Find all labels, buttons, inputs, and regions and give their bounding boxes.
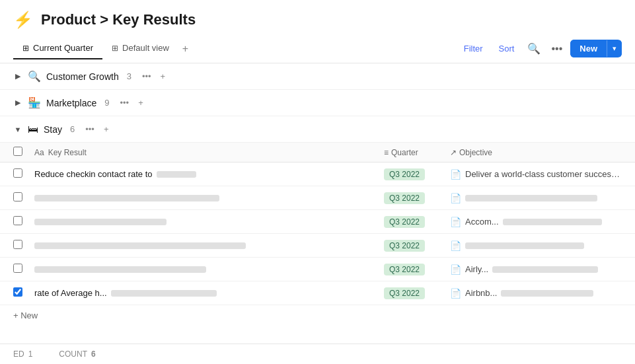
table-icon-2: ⊞ <box>112 44 118 53</box>
group-more-customer-growth[interactable]: ••• <box>139 70 154 83</box>
footer-ed-value: 1 <box>28 349 33 359</box>
row-check-0 <box>13 168 34 180</box>
footer-count: COUNT 6 <box>59 349 95 359</box>
more-button[interactable]: ••• <box>548 40 565 57</box>
doc-icon-4: 📄 <box>450 264 461 275</box>
doc-icon-5: 📄 <box>450 288 461 299</box>
add-new-row[interactable]: + New <box>0 305 635 326</box>
objective-blur-5 <box>501 290 593 297</box>
lightning-icon: ⚡ <box>13 11 33 29</box>
group-toggle-stay[interactable]: ▼ <box>13 126 22 133</box>
key-result-cell-3 <box>34 242 384 249</box>
table-row: Q3 2022📄Airly... <box>0 258 635 281</box>
group-add-stay[interactable]: + <box>101 123 112 135</box>
filter-button[interactable]: Filter <box>459 41 488 56</box>
key-result-cell-4 <box>34 266 384 273</box>
checkbox-row-0[interactable] <box>13 168 22 178</box>
group-emoji-stay: 🛏 <box>28 124 38 135</box>
footer: ED 1 COUNT 6 <box>0 344 635 364</box>
page-header: ⚡ Product > Key Results <box>0 0 635 34</box>
new-button[interactable]: New <box>570 40 607 57</box>
objective-blur-3 <box>465 242 584 249</box>
objective-blur-2 <box>503 219 602 225</box>
header-objective: ↗ Objective <box>450 148 622 157</box>
footer-ed-label: ED <box>13 349 24 359</box>
table-row: rate of Average h...Q3 2022📄Airbnb... <box>0 281 635 305</box>
group-count-marketplace: 9 <box>104 98 109 108</box>
tabs-left: ⊞ Current Quarter ⊞ Default view + <box>13 38 192 60</box>
group-stay[interactable]: ▼ 🛏 Stay 6 ••• + <box>0 116 635 143</box>
table-row: Q3 2022📄Accom... <box>0 210 635 234</box>
objective-cell-0: 📄Deliver a world-class customer success … <box>450 169 622 180</box>
quarter-col-icon: ≡ <box>384 148 389 157</box>
quarter-cell-1: Q3 2022 <box>384 192 450 204</box>
quarter-badge-3: Q3 2022 <box>384 240 425 252</box>
quarter-cell-5: Q3 2022 <box>384 287 450 299</box>
checkbox-row-5[interactable] <box>13 287 22 297</box>
table-body: Reduce checkin contact rate toQ3 2022📄De… <box>0 163 635 305</box>
key-result-blur-1 <box>34 195 219 201</box>
quarter-col-label: Quarter <box>391 148 418 157</box>
search-button[interactable]: 🔍 <box>525 40 543 57</box>
tab-default-view[interactable]: ⊞ Default view <box>102 38 178 59</box>
tab-current-quarter[interactable]: ⊞ Current Quarter <box>13 38 102 59</box>
group-toggle-marketplace[interactable]: ▶ <box>13 98 22 107</box>
group-toggle-customer-growth[interactable]: ▶ <box>13 72 22 81</box>
row-check-5 <box>13 287 34 299</box>
group-add-marketplace[interactable]: + <box>135 96 146 109</box>
table-row: Q3 2022📄 <box>0 186 635 210</box>
group-count-stay: 6 <box>70 124 75 134</box>
new-dropdown-arrow[interactable]: ▾ <box>607 40 622 57</box>
objective-cell-3: 📄 <box>450 240 622 251</box>
group-actions-stay: ••• + <box>83 123 111 135</box>
quarter-cell-3: Q3 2022 <box>384 240 450 252</box>
key-result-cell-5: rate of Average h... <box>34 288 384 298</box>
row-check-3 <box>13 240 34 251</box>
tab-current-quarter-label: Current Quarter <box>33 43 93 53</box>
group-emoji-customer-growth: 🔍 <box>28 70 41 83</box>
table-icon-1: ⊞ <box>22 44 29 53</box>
tabs-bar: ⊞ Current Quarter ⊞ Default view + Filte… <box>0 34 635 63</box>
objective-text-2: Accom... <box>465 217 499 227</box>
checkbox-row-4[interactable] <box>13 264 22 273</box>
checkbox-row-2[interactable] <box>13 216 22 225</box>
objective-blur-4 <box>492 266 598 273</box>
table-row: Q3 2022📄 <box>0 234 635 258</box>
toolbar-right: Filter Sort 🔍 ••• New ▾ <box>459 34 622 63</box>
quarter-cell-0: Q3 2022 <box>384 168 450 180</box>
objective-text-5: Airbnb... <box>465 288 497 298</box>
header-quarter: ≡ Quarter <box>384 148 450 157</box>
page-title: Product > Key Results <box>41 11 196 28</box>
group-name-stay: Stay <box>44 124 62 135</box>
tab-default-view-label: Default view <box>122 43 169 53</box>
objective-cell-5: 📄Airbnb... <box>450 288 622 299</box>
keyresult-col-icon: Aa <box>34 148 44 157</box>
key-result-blur-0 <box>157 171 196 178</box>
quarter-cell-2: Q3 2022 <box>384 216 450 228</box>
group-emoji-marketplace: 🏪 <box>28 96 41 109</box>
group-add-customer-growth[interactable]: + <box>158 70 168 83</box>
quarter-badge-1: Q3 2022 <box>384 192 425 204</box>
quarter-cell-4: Q3 2022 <box>384 264 450 275</box>
group-marketplace[interactable]: ▶ 🏪 Marketplace 9 ••• + <box>0 90 635 116</box>
quarter-badge-0: Q3 2022 <box>384 168 425 180</box>
checkbox-row-1[interactable] <box>13 192 22 201</box>
group-customer-growth[interactable]: ▶ 🔍 Customer Growth 3 ••• + <box>0 63 635 90</box>
key-result-text-0: Reduce checkin contact rate to <box>34 169 153 179</box>
key-result-blur-5 <box>111 290 217 297</box>
objective-text-4: Airly... <box>465 264 488 274</box>
sort-button[interactable]: Sort <box>494 41 520 56</box>
group-more-marketplace[interactable]: ••• <box>118 96 132 109</box>
checkbox-row-3[interactable] <box>13 240 22 249</box>
footer-ed: ED 1 <box>13 349 32 359</box>
add-view-button[interactable]: + <box>178 38 192 60</box>
objective-cell-4: 📄Airly... <box>450 264 622 275</box>
quarter-badge-4: Q3 2022 <box>384 264 425 275</box>
objective-cell-1: 📄 <box>450 193 622 203</box>
add-new-label: + New <box>13 310 38 320</box>
doc-icon-0: 📄 <box>450 169 461 180</box>
key-result-blur-4 <box>34 266 206 273</box>
group-more-stay[interactable]: ••• <box>83 123 97 135</box>
group-name-marketplace: Marketplace <box>46 98 96 108</box>
select-all-checkbox[interactable] <box>13 147 22 156</box>
